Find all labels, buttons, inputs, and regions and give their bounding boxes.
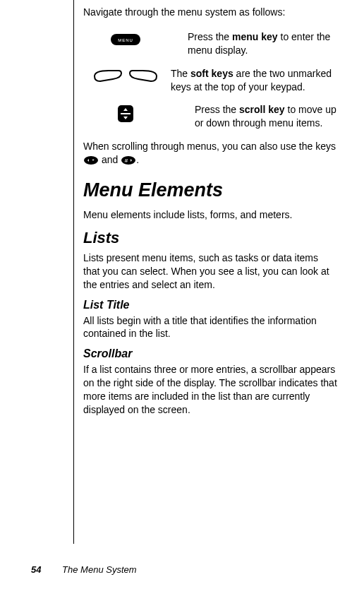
svg-text:MENU: MENU	[118, 38, 133, 42]
page-number: 54	[31, 564, 41, 575]
main-content: Navigate through the menu system as foll…	[83, 6, 337, 424]
scrollbar-para: If a list contains three or more entries…	[83, 363, 337, 417]
soft-keys-icon	[83, 67, 171, 94]
page-footer: 54 The Menu System	[31, 564, 137, 575]
hash-key-icon: #	[121, 155, 136, 165]
star-key-icon: *	[83, 155, 99, 165]
menu-elements-para: Menu elements include lists, forms, and …	[83, 208, 337, 222]
soft-keys-row: The soft keys are the two unmarked keys …	[83, 67, 337, 94]
menu-key-icon: MENU	[83, 30, 188, 57]
svg-rect-4	[121, 113, 131, 114]
menu-key-row: MENU Press the menu key to enter the men…	[83, 30, 337, 57]
soft-keys-text: The soft keys are the two unmarked keys …	[171, 67, 337, 94]
intro-text: Navigate through the menu system as foll…	[83, 6, 337, 19]
menu-key-text: Press the menu key to enter the menu dis…	[188, 30, 337, 57]
svg-point-6	[84, 156, 98, 165]
svg-text:*: *	[92, 157, 94, 164]
list-title-para: All lists begin with a title that identi…	[83, 314, 337, 341]
left-margin-rule	[73, 0, 74, 544]
heading-scrollbar: Scrollbar	[83, 347, 337, 360]
scroll-key-text: Press the scroll key to move up or down …	[195, 103, 337, 130]
scroll-note: When scrolling through menus, you can al…	[83, 140, 337, 167]
svg-text:#: #	[125, 157, 128, 164]
scroll-key-icon	[83, 103, 195, 130]
scroll-key-row: Press the scroll key to move up or down …	[83, 103, 337, 130]
lists-para: Lists present menu items, such as tasks …	[83, 251, 337, 292]
heading-menu-elements: Menu Elements	[83, 179, 337, 201]
heading-list-title: List Title	[83, 299, 337, 311]
svg-point-9	[121, 156, 135, 165]
heading-lists: Lists	[83, 229, 337, 247]
chapter-title: The Menu System	[62, 564, 137, 575]
